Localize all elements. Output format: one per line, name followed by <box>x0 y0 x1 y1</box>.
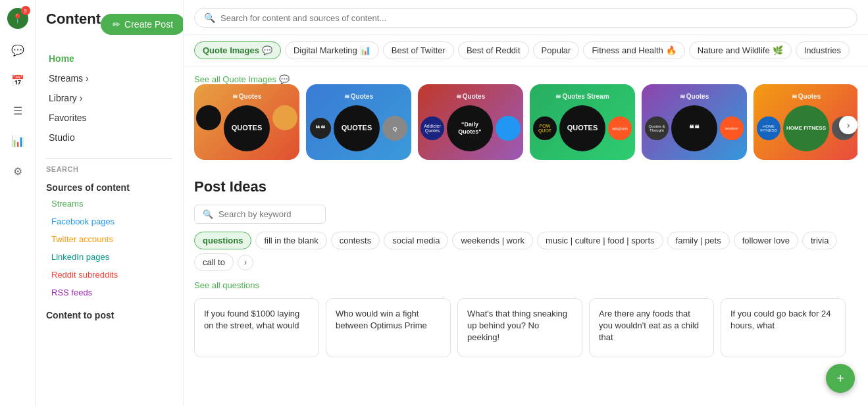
keyword-search-input[interactable] <box>218 209 329 219</box>
search-input[interactable] <box>220 13 848 23</box>
filter-trivia[interactable]: trivia <box>802 232 837 249</box>
quote-card-4[interactable]: ≋Quotes Stream POW QUOT QUOTES wisdom <box>530 84 635 160</box>
cat-tab-best-reddit[interactable]: Best of Reddit <box>458 41 529 59</box>
qc2-label: ≋Quotes <box>344 93 373 100</box>
content-title: Content <box>46 11 101 28</box>
quote-card-2[interactable]: ≋Quotes ❝❝ QUOTES Q <box>306 84 411 160</box>
quote-card-5[interactable]: ≋Quotes Quotes & Thought ❝❝ wisdom <box>642 84 747 160</box>
post-card-1[interactable]: If you found $1000 laying on the street,… <box>194 298 319 357</box>
search-icon: 🔍 <box>204 13 215 23</box>
post-cards: If you found $1000 laying on the street,… <box>194 298 857 357</box>
top-search-area: 🔍 <box>184 0 868 35</box>
category-tabs: Quote Images 💬 Digital Marketing 📊 Best … <box>184 35 868 66</box>
main-content: 🔍 Quote Images 💬 Digital Marketing 📊 Bes… <box>184 0 868 406</box>
keyword-search-icon: 🔍 <box>203 209 213 219</box>
content-to-post-title: Content to post <box>46 310 172 320</box>
source-twitter[interactable]: Twitter accounts <box>46 231 172 247</box>
calendar-nav-icon[interactable]: 📅 <box>9 71 27 89</box>
nav-favorites[interactable]: Favorites <box>46 108 172 128</box>
qc5-label: ≋Quotes <box>680 93 709 100</box>
notification-badge: 9 <box>21 6 30 15</box>
cat-tab-best-twitter[interactable]: Best of Twitter <box>383 41 454 59</box>
cat-tab-nature[interactable]: Nature and Wildlife 🌿 <box>689 41 792 59</box>
post-card-2[interactable]: Who would win a fight between Optimus Pr… <box>326 298 451 357</box>
app-logo[interactable]: 📍 9 <box>7 8 28 29</box>
filter-questions[interactable]: questions <box>194 232 251 249</box>
qc4-circle: QUOTES <box>559 105 605 151</box>
qc1-label: ≋Quotes <box>232 93 261 100</box>
cat-tab-industries[interactable]: Industries <box>796 41 850 59</box>
filter-follower[interactable]: follower love <box>734 232 798 249</box>
filter-social[interactable]: social media <box>384 232 448 249</box>
post-card-5[interactable]: If you could go back for 24 hours, what <box>721 298 846 357</box>
filter-tabs: questions fill in the blank contests soc… <box>194 232 857 271</box>
nav-streams[interactable]: Streams <box>46 68 172 88</box>
cat-tab-popular[interactable]: Popular <box>533 41 580 59</box>
quotes-scroll-container: ≋Quotes QUOTES ≋Q <box>194 84 857 165</box>
message-nav-icon[interactable]: 💬 <box>9 41 27 59</box>
float-action-button[interactable]: + <box>826 364 855 393</box>
keyword-search-bar: 🔍 <box>194 205 326 224</box>
create-post-button[interactable]: ✏ Create Post <box>101 14 184 35</box>
post-card-4[interactable]: Are there any foods that you wouldn't ea… <box>589 298 714 357</box>
list-nav-icon[interactable]: ☰ <box>9 101 27 120</box>
search-section-label: SEARCH <box>46 165 172 173</box>
qc6-circle: HOME FITNESS <box>783 105 829 151</box>
nav-divider <box>46 158 172 159</box>
cat-tab-quote-images[interactable]: Quote Images 💬 <box>194 41 281 59</box>
see-all-quote-images[interactable]: See all Quote Images 💬 <box>194 74 857 84</box>
sources-title: Sources of content <box>46 182 172 193</box>
source-rss[interactable]: RSS feeds <box>46 284 172 301</box>
cat-tab-fitness[interactable]: Fitness and Health 🔥 <box>583 41 684 59</box>
filter-tabs-arrow[interactable]: › <box>238 255 253 270</box>
see-all-questions-link[interactable]: See all questions <box>194 280 259 290</box>
cat-tab-digital-marketing[interactable]: Digital Marketing 📊 <box>285 41 379 59</box>
filter-call[interactable]: call to <box>194 253 234 271</box>
nav-home[interactable]: Home <box>46 49 172 68</box>
source-reddit[interactable]: Reddit subreddits <box>46 266 172 283</box>
post-ideas-title: Post Ideas <box>194 178 857 195</box>
filter-contests[interactable]: contests <box>331 232 380 249</box>
qc3-circle: "Daily Quotes" <box>447 105 493 151</box>
filter-weekends[interactable]: weekends | work <box>452 232 533 249</box>
chart-nav-icon[interactable]: 📊 <box>9 132 27 150</box>
pencil-icon: ✏ <box>113 19 120 30</box>
qc5-circle: ❝❝ <box>671 105 717 151</box>
source-streams[interactable]: Streams <box>46 195 172 212</box>
quotes-scroll: ≋Quotes QUOTES ≋Q <box>194 84 857 165</box>
qc6-label: ≋Quotes <box>792 93 821 100</box>
quote-card-1[interactable]: ≋Quotes QUOTES <box>194 84 299 160</box>
icon-sidebar: 📍 9 💬 📅 ☰ 📊 ⚙ <box>0 0 36 406</box>
filter-music[interactable]: music | culture | food | sports <box>537 232 663 249</box>
nav-library[interactable]: Library <box>46 88 172 108</box>
post-card-3[interactable]: What's that thing sneaking up behind you… <box>457 298 582 357</box>
quotes-scroll-right-arrow[interactable]: › <box>839 116 857 134</box>
source-facebook[interactable]: Facebook pages <box>46 213 172 230</box>
search-bar: 🔍 <box>194 8 857 28</box>
quote-card-3[interactable]: ≋Quotes Addicter Quotes "Daily Quotes" <box>418 84 523 160</box>
source-linkedin[interactable]: LinkedIn pages <box>46 249 172 265</box>
nav-studio[interactable]: Studio <box>46 128 172 147</box>
content-area: See all Quote Images 💬 ≋Quotes QUOTES <box>184 66 868 406</box>
qc2-circle: QUOTES <box>334 105 380 151</box>
qc4-label: ≋Quotes Stream <box>555 93 609 100</box>
settings-nav-icon[interactable]: ⚙ <box>9 162 27 180</box>
left-nav: Content ✏ Create Post Home Streams Libra… <box>36 0 184 406</box>
qc1-circle: QUOTES <box>224 105 270 151</box>
qc3-label: ≋Quotes <box>456 93 485 100</box>
filter-family[interactable]: family | pets <box>667 232 730 249</box>
filter-fill-blank[interactable]: fill in the blank <box>255 232 326 249</box>
